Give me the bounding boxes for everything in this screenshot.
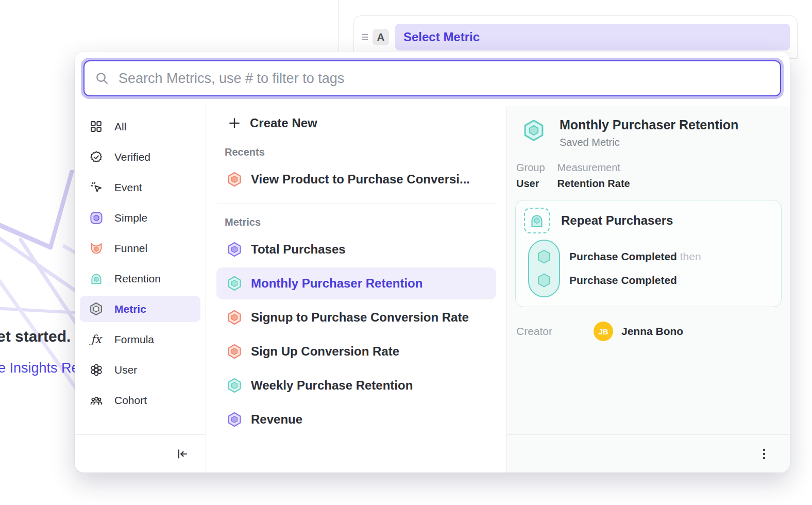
type-sidebar: All Verified (75, 106, 206, 473)
creator-row: Creator JB Jenna Bono (516, 322, 782, 341)
search-input[interactable] (119, 71, 770, 87)
event-metric-hex-icon (227, 242, 242, 257)
creator-avatar: JB (594, 322, 613, 341)
metric-row-signup-to-purchase-conversion-rate[interactable]: Signup to Purchase Conversion Rate (216, 301, 496, 333)
sidebar-item-simple[interactable]: Simple (80, 205, 200, 231)
sidebar-item-verified[interactable]: Verified (80, 144, 200, 170)
insights-report-link[interactable]: e Insights Re (0, 360, 79, 376)
grid-icon (89, 120, 103, 133)
saved-cohort-card: Repeat Purchasers (515, 200, 782, 307)
select-metric-label: Select Metric (403, 30, 480, 44)
funnel-icon (89, 241, 103, 255)
group-value: User (516, 178, 545, 190)
metric-row-label: Weekly Purchase Retention (251, 378, 413, 393)
metrics-header: Metrics (225, 216, 496, 228)
measurement-value: Retention Rate (557, 178, 630, 190)
recents-header: Recents (225, 146, 496, 158)
detail-title: Monthly Purchaser Retention (560, 117, 738, 132)
creator-label: Creator (516, 325, 594, 338)
sidebar-footer (75, 434, 206, 473)
step-connector: then (677, 250, 701, 262)
query-step-badge: A (373, 29, 389, 45)
metric-row-label: Total Purchases (251, 242, 346, 257)
metric-row-label: Sign Up Conversion Rate (251, 344, 399, 359)
search-icon (95, 71, 109, 86)
event-cursor-icon (89, 180, 103, 194)
verified-badge-icon (89, 150, 103, 164)
sidebar-item-label: Retention (114, 273, 161, 285)
metric-row-label: Monthly Purchaser Retention (251, 276, 422, 291)
saved-cohort-title: Repeat Purchasers (561, 213, 673, 228)
sidebar-item-label: Cohort (114, 394, 147, 407)
search-field[interactable] (83, 60, 781, 96)
metric-row-label: Revenue (251, 412, 302, 427)
sidebar-item-cohort[interactable]: Cohort (80, 387, 200, 413)
sidebar-item-event[interactable]: Event (80, 174, 200, 200)
collapse-sidebar-icon[interactable] (176, 447, 189, 461)
search-ring (81, 58, 784, 99)
more-options-icon[interactable] (758, 447, 770, 461)
list-divider (216, 204, 496, 204)
page-divider-line (339, 0, 339, 53)
user-cluster-icon (89, 363, 103, 377)
get-started-heading: et started. (0, 328, 71, 345)
measurement-label: Measurement (557, 162, 630, 174)
sidebar-item-label: Funnel (114, 242, 147, 255)
metric-row-revenue[interactable]: Revenue (216, 403, 496, 435)
event-metric-hex-icon (227, 412, 242, 427)
sidebar-item-label: Formula (114, 333, 154, 346)
metric-detail-panel: Monthly Purchaser Retention Saved Metric… (506, 106, 790, 473)
sidebar-item-label: Event (114, 181, 142, 194)
recent-item[interactable]: View Product to Purchase Conversi... (216, 163, 496, 195)
metric-list-column: Create New Recents View Product to Purch… (206, 106, 506, 473)
funnel-metric-hex-icon (227, 310, 242, 325)
metric-row-sign-up-conversion-rate[interactable]: Sign Up Conversion Rate (216, 335, 496, 367)
step1-event: Purchase Completed (569, 250, 677, 262)
sidebar-item-label: Verified (114, 151, 150, 163)
create-new-button[interactable]: Create New (216, 110, 496, 136)
simple-metric-icon (89, 211, 103, 225)
creator-name: Jenna Bono (621, 325, 683, 338)
metric-hexagon-icon (89, 302, 103, 316)
sidebar-item-metric[interactable]: Metric (80, 296, 200, 322)
sidebar-item-label: User (114, 364, 137, 376)
retention-icon (89, 272, 103, 285)
repeat-purchasers-icon (524, 208, 550, 233)
plus-icon (228, 116, 241, 130)
sidebar-item-funnel[interactable]: Funnel (80, 235, 200, 261)
detail-meta: Group User Measurement Retention Rate (516, 162, 782, 190)
sidebar-item-retention[interactable]: Retention (80, 265, 200, 292)
metric-row-label: Signup to Purchase Conversion Rate (251, 310, 469, 325)
funnel-metric-hex-icon (227, 344, 242, 359)
formula-fx-icon: ƒx (89, 332, 103, 346)
sidebar-item-label: Simple (114, 212, 147, 224)
metric-row-total-purchases[interactable]: Total Purchases (216, 233, 496, 265)
metric-detail-body: Monthly Purchaser Retention Saved Metric… (507, 106, 790, 434)
drag-handle-icon[interactable] (358, 30, 371, 44)
event-sequence-capsule (528, 240, 560, 297)
metric-row-monthly-purchaser-retention[interactable]: Monthly Purchaser Retention (216, 267, 496, 299)
sidebar-item-label: Metric (114, 303, 146, 315)
metric-picker-modal: All Verified (75, 52, 790, 473)
retention-metric-hex-icon (522, 119, 545, 142)
retention-metric-hex-icon (227, 276, 242, 291)
step2-event: Purchase Completed (569, 274, 677, 286)
funnel-metric-hex-icon (227, 172, 242, 187)
recent-item-label: View Product to Purchase Conversi... (251, 172, 470, 187)
event-hex-icon (536, 248, 552, 265)
sidebar-item-all[interactable]: All (80, 113, 200, 140)
cohort-people-icon (89, 393, 103, 407)
detail-subtitle: Saved Metric (560, 137, 738, 148)
metric-row-weekly-purchase-retention[interactable]: Weekly Purchase Retention (216, 369, 496, 401)
sidebar-item-label: All (114, 121, 126, 133)
sidebar-item-formula[interactable]: ƒx Formula (80, 326, 200, 352)
sidebar-item-user[interactable]: User (80, 357, 200, 383)
retention-metric-hex-icon (227, 378, 242, 393)
picker-columns: All Verified (75, 106, 790, 473)
detail-header: Monthly Purchaser Retention Saved Metric (522, 117, 782, 148)
group-label: Group (516, 162, 545, 174)
create-new-label: Create New (250, 116, 317, 130)
detail-footer (507, 434, 790, 473)
select-metric-field[interactable]: Select Metric (395, 24, 790, 50)
type-sidebar-list: All Verified (75, 106, 206, 434)
